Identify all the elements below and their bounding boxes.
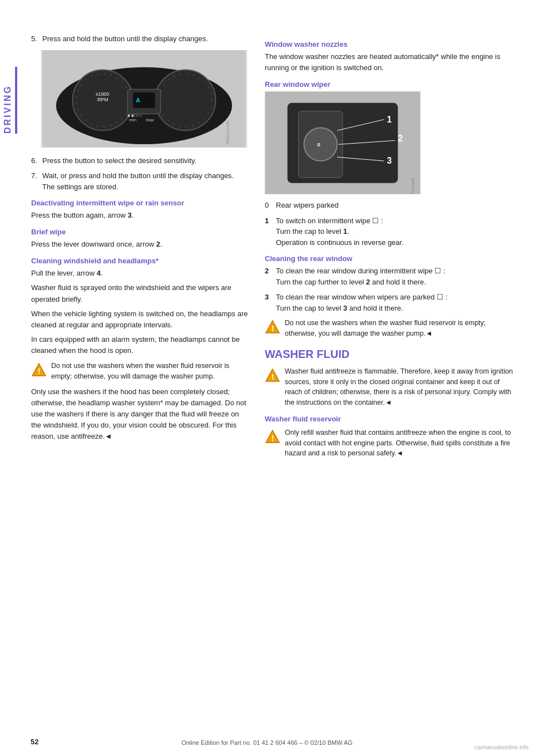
svg-text:3: 3 [387,156,392,165]
cleaning-windshield-body3: When the vehicle lighting system is swit… [31,308,248,331]
cleaning-windshield-body1: Pull the lever, arrow 4. [31,268,248,279]
svg-text:1: 1 [387,115,392,124]
warning-box-rear: ! Do not use the washers when the washer… [265,318,517,339]
svg-text:!: ! [271,372,274,381]
cleaning-rear-item-3: 3 To clean the rear window when wipers a… [265,292,517,313]
svg-text:0: 0 [317,141,320,148]
warning-text-1: Do not use the washers when the washer f… [51,361,248,382]
svg-text:PH02211.025: PH02211.025 [226,120,230,144]
warning-text-washer: Washer fluid antifreeze is flammable. Th… [285,366,517,408]
svg-text:max: max [146,117,154,122]
svg-text:RPM: RPM [97,96,108,102]
svg-text:■ ■□○○: ■ ■□○○ [127,112,142,117]
cleaning-rear-heading: Cleaning the rear window [265,254,517,263]
warning-box-1: ! Do not use the washers when the washer… [31,361,248,382]
deactivating-body: Press the button again, arrow 3. [31,210,248,221]
warning-box-reservoir: ! Only refill washer fluid that contains… [265,428,517,459]
washer-fluid-heading: WASHER FLUID [265,348,517,361]
warning-text-reservoir: Only refill washer fluid that contains a… [285,428,517,459]
driving-label: DRIVING [3,67,17,134]
warning-triangle-icon-rear: ! [265,319,280,335]
step-6: 6. Press the button to select the desire… [31,155,248,166]
window-washer-body: The window washer nozzles are heated aut… [265,51,517,73]
warning-triangle-icon: ! [31,362,47,377]
svg-text:min: min [129,117,136,122]
cleaning-windshield-body2: Washer fluid is sprayed onto the windshi… [31,282,248,305]
svg-text:!: ! [271,324,274,333]
washer-reservoir-heading: Washer fluid reservoir [265,415,517,423]
deactivating-heading: Deactivating intermittent wipe or rain s… [31,199,248,207]
footer: Online Edition for Part no. 01 41 2 604 … [0,739,534,746]
window-washer-heading: Window washer nozzles [265,40,517,48]
warning-box-washer: ! Washer fluid antifreeze is flammable. … [265,366,517,408]
brief-wipe-body: Press the lever downward once, arrow 2. [31,239,248,250]
rear-wiper-item-1: 1 To switch on intermittent wipe ☐ : Tur… [265,215,517,248]
cleaning-windshield-heading: Cleaning windshield and headlamps* [31,257,248,265]
side-tab: DRIVING [0,0,20,756]
svg-text:2: 2 [398,134,403,143]
svg-text:x1000: x1000 [96,91,109,97]
rear-wiper-image: 0 1 2 3 PH01188 [265,91,421,194]
svg-text:PH01188: PH01188 [411,178,415,194]
cleaning-windshield-body5: Only use the washers if the hood has bee… [31,386,248,443]
svg-text:!: ! [38,367,41,376]
warning-text-rear: Do not use the washers when the washer f… [285,318,517,339]
step-7: 7. Wait, or press and hold the button un… [31,170,248,192]
svg-text:A: A [136,96,140,103]
cleaning-rear-item-2: 2 To clean the rear window during interm… [265,266,517,287]
svg-text:!: ! [271,434,274,443]
dashboard-image: x1000 RPM A min max ■ ■□○○ [41,50,247,148]
cleaning-windshield-body4: In cars equipped with an alarm system, t… [31,334,248,356]
right-column: Window washer nozzles The window washer … [265,33,517,734]
rear-wiper-heading: Rear window wiper [265,80,517,89]
warning-triangle-icon-reservoir: ! [265,429,280,444]
warning-triangle-icon-washer: ! [265,367,280,383]
svg-point-20 [304,127,338,161]
svg-point-6 [155,70,216,130]
watermark: carmanualsonline.info [474,744,528,750]
brief-wipe-heading: Brief wipe [31,228,248,236]
left-column: 5. Press and hold the button until the d… [31,33,248,734]
rear-wiper-item-0: 0 Rear wipers parked [265,200,517,211]
step-5: 5. Press and hold the button until the d… [31,33,248,45]
